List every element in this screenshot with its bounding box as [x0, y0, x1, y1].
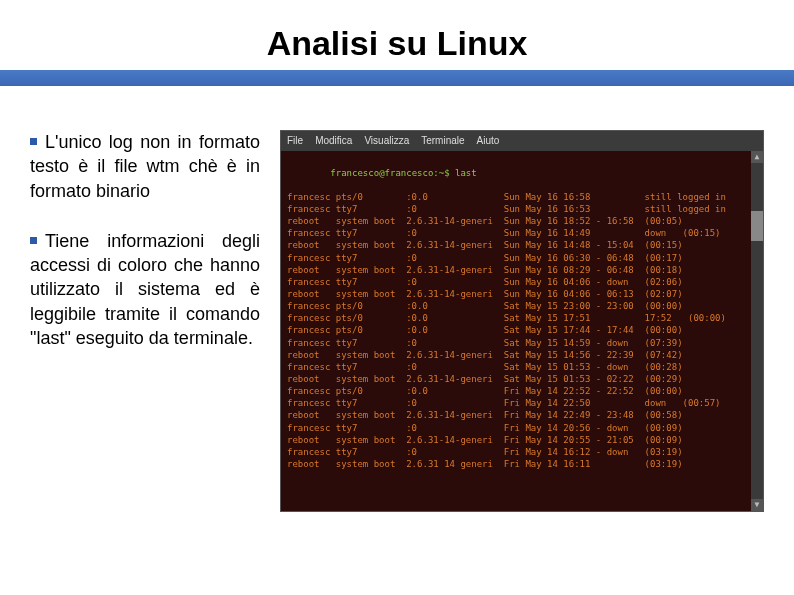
terminal-row: reboot system boot 2.6.31-14-generi Fri …	[287, 434, 757, 446]
text-column: L'unico log non in formato testo è il fi…	[30, 130, 260, 512]
paragraph-1: L'unico log non in formato testo è il fi…	[30, 130, 260, 203]
terminal-row: francesc pts/0 :0.0 Fri May 14 22:52 - 2…	[287, 385, 757, 397]
terminal-row: francesc pts/0 :0.0 Sat May 15 23:00 - 2…	[287, 300, 757, 312]
scroll-down-icon[interactable]: ▼	[751, 499, 763, 511]
terminal-row: francesc tty7 :0 Sun May 16 14:49 down (…	[287, 227, 757, 239]
bullet-icon	[30, 237, 37, 244]
title-band	[0, 70, 794, 86]
terminal-row: francesc tty7 :0 Sun May 16 06:30 - 06:4…	[287, 252, 757, 264]
terminal-row: reboot system boot 2.6.31 14 generi Fri …	[287, 458, 757, 470]
terminal-row: reboot system boot 2.6.31-14-generi Sun …	[287, 239, 757, 251]
menu-file[interactable]: File	[287, 134, 303, 148]
terminal-row: reboot system boot 2.6.31-14-generi Sun …	[287, 264, 757, 276]
terminal-row: reboot system boot 2.6.31-14-generi Sat …	[287, 373, 757, 385]
terminal-row: francesc pts/0 :0.0 Sun May 16 16:58 sti…	[287, 191, 757, 203]
menu-modifica[interactable]: Modifica	[315, 134, 352, 148]
terminal-row: francesc pts/0 :0.0 Sat May 15 17:51 17:…	[287, 312, 757, 324]
terminal-row: francesc tty7 :0 Sat May 15 01:53 - down…	[287, 361, 757, 373]
menu-aiuto[interactable]: Aiuto	[477, 134, 500, 148]
menu-terminale[interactable]: Terminale	[421, 134, 464, 148]
content-area: L'unico log non in formato testo è il fi…	[30, 130, 764, 512]
terminal-row: reboot system boot 2.6.31-14-generi Sun …	[287, 215, 757, 227]
terminal-row: francesc tty7 :0 Sat May 15 14:59 - down…	[287, 337, 757, 349]
terminal-scrollbar[interactable]: ▲ ▼	[751, 151, 763, 511]
terminal-prompt: francesco@francesco:~$ last	[330, 168, 476, 178]
terminal-row: francesc tty7 :0 Sun May 16 16:53 still …	[287, 203, 757, 215]
terminal-window: File Modifica Visualizza Terminale Aiuto…	[280, 130, 764, 512]
scroll-up-icon[interactable]: ▲	[751, 151, 763, 163]
terminal-row: reboot system boot 2.6.31-14-generi Fri …	[287, 409, 757, 421]
terminal-row: reboot system boot 2.6.31-14-generi Sat …	[287, 349, 757, 361]
paragraph-1-text: L'unico log non in formato testo è il fi…	[30, 132, 260, 201]
slide: Analisi su Linux L'unico log non in form…	[0, 0, 794, 595]
slide-title: Analisi su Linux	[0, 24, 794, 63]
terminal-menubar: File Modifica Visualizza Terminale Aiuto	[281, 131, 763, 151]
menu-visualizza[interactable]: Visualizza	[364, 134, 409, 148]
scroll-thumb[interactable]	[751, 211, 763, 241]
terminal-row: reboot system boot 2.6.31-14-generi Sun …	[287, 288, 757, 300]
terminal-row: francesc tty7 :0 Sun May 16 04:06 - down…	[287, 276, 757, 288]
terminal-row: francesc tty7 :0 Fri May 14 20:56 - down…	[287, 422, 757, 434]
terminal-row: francesc tty7 :0 Fri May 14 22:50 down (…	[287, 397, 757, 409]
bullet-icon	[30, 138, 37, 145]
paragraph-2-text: Tiene informazioni degli accessi di colo…	[30, 231, 260, 348]
terminal-row: francesc tty7 :0 Fri May 14 16:12 - down…	[287, 446, 757, 458]
terminal-row: francesc pts/0 :0.0 Sat May 15 17:44 - 1…	[287, 324, 757, 336]
terminal-body[interactable]: francesco@francesco:~$ last francesc pts…	[281, 151, 763, 499]
paragraph-2: Tiene informazioni degli accessi di colo…	[30, 229, 260, 350]
